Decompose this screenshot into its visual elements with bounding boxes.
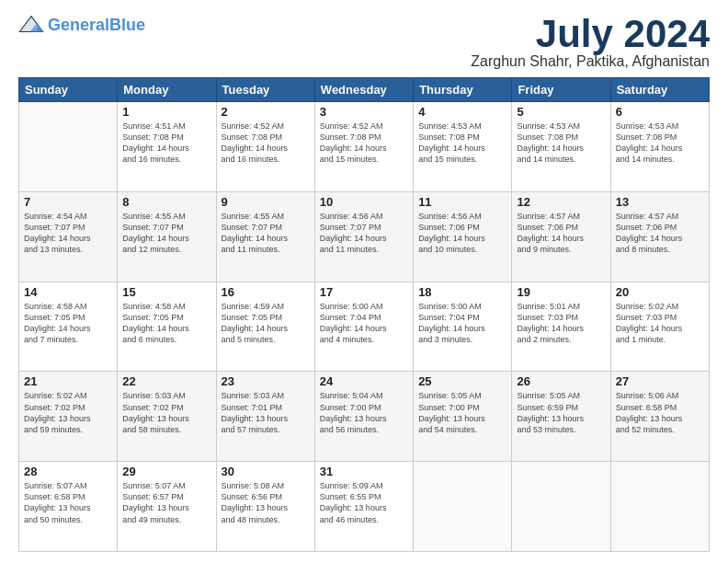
table-row: 4Sunrise: 4:53 AM Sunset: 7:08 PM Daylig… bbox=[414, 102, 512, 192]
day-number: 26 bbox=[517, 374, 605, 388]
day-info: Sunrise: 5:05 AM Sunset: 6:59 PM Dayligh… bbox=[517, 390, 605, 435]
day-number: 18 bbox=[418, 285, 506, 299]
day-info: Sunrise: 4:56 AM Sunset: 7:06 PM Dayligh… bbox=[418, 211, 506, 256]
day-number: 13 bbox=[616, 195, 704, 209]
day-info: Sunrise: 4:58 AM Sunset: 7:05 PM Dayligh… bbox=[24, 301, 112, 346]
table-row: 17Sunrise: 5:00 AM Sunset: 7:04 PM Dayli… bbox=[314, 282, 413, 372]
day-number: 4 bbox=[418, 105, 506, 119]
day-info: Sunrise: 5:09 AM Sunset: 6:55 PM Dayligh… bbox=[320, 480, 408, 525]
day-number: 21 bbox=[24, 374, 112, 388]
table-row bbox=[512, 462, 610, 552]
table-row bbox=[414, 462, 512, 552]
day-info: Sunrise: 4:54 AM Sunset: 7:07 PM Dayligh… bbox=[24, 211, 112, 256]
day-number: 31 bbox=[320, 465, 408, 478]
table-row bbox=[610, 462, 709, 552]
table-row: 22Sunrise: 5:03 AM Sunset: 7:02 PM Dayli… bbox=[118, 372, 216, 462]
day-number: 15 bbox=[122, 285, 210, 299]
logo-icon bbox=[18, 15, 44, 33]
col-saturday: Saturday bbox=[610, 78, 709, 102]
table-row: 20Sunrise: 5:02 AM Sunset: 7:03 PM Dayli… bbox=[610, 282, 709, 372]
day-number: 10 bbox=[320, 195, 408, 209]
day-number: 2 bbox=[222, 105, 310, 119]
day-info: Sunrise: 4:53 AM Sunset: 7:08 PM Dayligh… bbox=[517, 121, 605, 166]
day-info: Sunrise: 4:53 AM Sunset: 7:08 PM Dayligh… bbox=[616, 121, 704, 166]
day-info: Sunrise: 5:08 AM Sunset: 6:56 PM Dayligh… bbox=[222, 480, 310, 525]
day-number: 6 bbox=[616, 105, 704, 119]
col-tuesday: Tuesday bbox=[216, 78, 314, 102]
table-row: 1Sunrise: 4:51 AM Sunset: 7:08 PM Daylig… bbox=[118, 102, 216, 192]
day-number: 24 bbox=[320, 374, 408, 388]
table-row: 14Sunrise: 4:58 AM Sunset: 7:05 PM Dayli… bbox=[19, 282, 118, 372]
day-info: Sunrise: 4:51 AM Sunset: 7:08 PM Dayligh… bbox=[122, 121, 210, 166]
day-info: Sunrise: 5:02 AM Sunset: 7:03 PM Dayligh… bbox=[616, 301, 704, 346]
day-number: 28 bbox=[24, 465, 112, 478]
calendar-week-row: 1Sunrise: 4:51 AM Sunset: 7:08 PM Daylig… bbox=[19, 102, 710, 192]
calendar-week-row: 28Sunrise: 5:07 AM Sunset: 6:58 PM Dayli… bbox=[19, 462, 710, 552]
table-row: 21Sunrise: 5:02 AM Sunset: 7:02 PM Dayli… bbox=[19, 372, 118, 462]
day-info: Sunrise: 5:05 AM Sunset: 7:00 PM Dayligh… bbox=[418, 390, 506, 435]
table-row: 29Sunrise: 5:07 AM Sunset: 6:57 PM Dayli… bbox=[118, 462, 216, 552]
table-row: 5Sunrise: 4:53 AM Sunset: 7:08 PM Daylig… bbox=[512, 102, 610, 192]
day-info: Sunrise: 4:52 AM Sunset: 7:08 PM Dayligh… bbox=[320, 121, 408, 166]
day-number: 7 bbox=[24, 195, 112, 209]
col-monday: Monday bbox=[118, 78, 216, 102]
day-info: Sunrise: 5:01 AM Sunset: 7:03 PM Dayligh… bbox=[517, 301, 605, 346]
table-row: 13Sunrise: 4:57 AM Sunset: 7:06 PM Dayli… bbox=[610, 191, 709, 282]
day-info: Sunrise: 5:07 AM Sunset: 6:58 PM Dayligh… bbox=[24, 480, 112, 525]
table-row: 15Sunrise: 4:58 AM Sunset: 7:05 PM Dayli… bbox=[118, 282, 216, 372]
day-info: Sunrise: 5:00 AM Sunset: 7:04 PM Dayligh… bbox=[418, 301, 506, 346]
table-row: 30Sunrise: 5:08 AM Sunset: 6:56 PM Dayli… bbox=[216, 462, 314, 552]
day-number: 29 bbox=[122, 465, 210, 478]
table-row: 11Sunrise: 4:56 AM Sunset: 7:06 PM Dayli… bbox=[414, 191, 512, 282]
day-number: 12 bbox=[517, 195, 605, 209]
calendar-week-row: 21Sunrise: 5:02 AM Sunset: 7:02 PM Dayli… bbox=[19, 372, 710, 462]
day-info: Sunrise: 5:03 AM Sunset: 7:02 PM Dayligh… bbox=[122, 390, 210, 435]
col-wednesday: Wednesday bbox=[314, 78, 413, 102]
table-row: 12Sunrise: 4:57 AM Sunset: 7:06 PM Dayli… bbox=[512, 191, 610, 282]
calendar-subtitle: Zarghun Shahr, Paktika, Afghanistan bbox=[471, 53, 710, 70]
header: GeneralBlue July 2024 Zarghun Shahr, Pak… bbox=[18, 15, 710, 70]
table-row: 27Sunrise: 5:06 AM Sunset: 6:58 PM Dayli… bbox=[610, 372, 709, 462]
day-number: 11 bbox=[418, 195, 506, 209]
day-number: 30 bbox=[222, 465, 310, 478]
day-info: Sunrise: 4:53 AM Sunset: 7:08 PM Dayligh… bbox=[418, 121, 506, 166]
table-row: 7Sunrise: 4:54 AM Sunset: 7:07 PM Daylig… bbox=[19, 191, 118, 282]
table-row: 28Sunrise: 5:07 AM Sunset: 6:58 PM Dayli… bbox=[19, 462, 118, 552]
day-number: 9 bbox=[222, 195, 310, 209]
day-number: 22 bbox=[122, 374, 210, 388]
day-number: 16 bbox=[222, 285, 310, 299]
day-info: Sunrise: 5:06 AM Sunset: 6:58 PM Dayligh… bbox=[616, 390, 704, 435]
day-info: Sunrise: 4:56 AM Sunset: 7:07 PM Dayligh… bbox=[320, 211, 408, 256]
table-row: 10Sunrise: 4:56 AM Sunset: 7:07 PM Dayli… bbox=[314, 191, 413, 282]
table-row: 24Sunrise: 5:04 AM Sunset: 7:00 PM Dayli… bbox=[314, 372, 413, 462]
table-row bbox=[19, 102, 118, 192]
day-number: 23 bbox=[222, 374, 310, 388]
day-info: Sunrise: 4:58 AM Sunset: 7:05 PM Dayligh… bbox=[122, 301, 210, 346]
day-info: Sunrise: 4:57 AM Sunset: 7:06 PM Dayligh… bbox=[616, 211, 704, 256]
day-number: 25 bbox=[418, 374, 506, 388]
calendar-title: July 2024 bbox=[471, 15, 710, 53]
day-number: 5 bbox=[517, 105, 605, 119]
day-info: Sunrise: 5:00 AM Sunset: 7:04 PM Dayligh… bbox=[320, 301, 408, 346]
table-row: 26Sunrise: 5:05 AM Sunset: 6:59 PM Dayli… bbox=[512, 372, 610, 462]
day-number: 17 bbox=[320, 285, 408, 299]
day-info: Sunrise: 5:03 AM Sunset: 7:01 PM Dayligh… bbox=[222, 390, 310, 435]
table-row: 19Sunrise: 5:01 AM Sunset: 7:03 PM Dayli… bbox=[512, 282, 610, 372]
table-row: 25Sunrise: 5:05 AM Sunset: 7:00 PM Dayli… bbox=[414, 372, 512, 462]
day-number: 3 bbox=[320, 105, 408, 119]
table-row: 8Sunrise: 4:55 AM Sunset: 7:07 PM Daylig… bbox=[118, 191, 216, 282]
header-row: Sunday Monday Tuesday Wednesday Thursday… bbox=[19, 78, 710, 102]
table-row: 16Sunrise: 4:59 AM Sunset: 7:05 PM Dayli… bbox=[216, 282, 314, 372]
calendar-week-row: 14Sunrise: 4:58 AM Sunset: 7:05 PM Dayli… bbox=[19, 282, 710, 372]
logo-text: GeneralBlue bbox=[48, 17, 145, 33]
day-number: 8 bbox=[122, 195, 210, 209]
day-info: Sunrise: 4:59 AM Sunset: 7:05 PM Dayligh… bbox=[222, 301, 310, 346]
day-number: 14 bbox=[24, 285, 112, 299]
day-number: 1 bbox=[122, 105, 210, 119]
day-info: Sunrise: 5:04 AM Sunset: 7:00 PM Dayligh… bbox=[320, 390, 408, 435]
table-row: 18Sunrise: 5:00 AM Sunset: 7:04 PM Dayli… bbox=[414, 282, 512, 372]
day-number: 27 bbox=[616, 374, 704, 388]
table-row: 2Sunrise: 4:52 AM Sunset: 7:08 PM Daylig… bbox=[216, 102, 314, 192]
title-block: July 2024 Zarghun Shahr, Paktika, Afghan… bbox=[471, 15, 710, 70]
table-row: 3Sunrise: 4:52 AM Sunset: 7:08 PM Daylig… bbox=[314, 102, 413, 192]
